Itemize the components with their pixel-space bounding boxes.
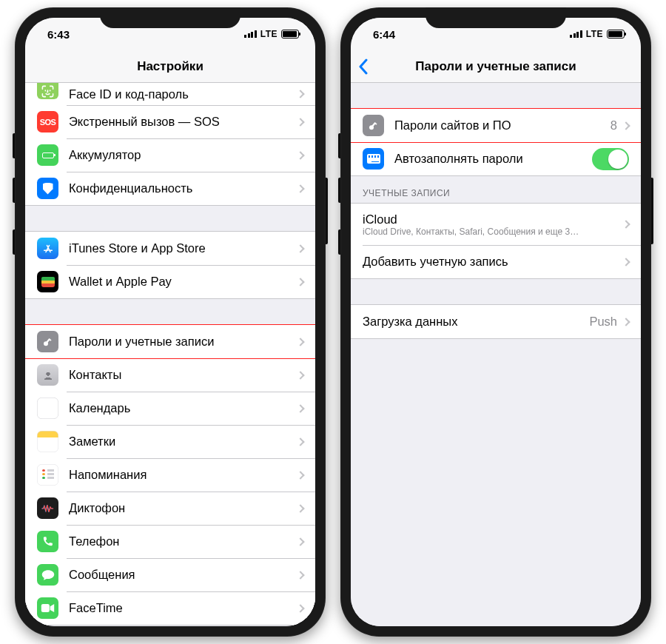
page-title: Пароли и учетные записи: [415, 59, 576, 74]
key-icon: [363, 115, 384, 136]
row-label: Диктофон: [69, 501, 297, 515]
row-label: Аккумулятор: [69, 148, 297, 162]
chevron-right-icon: [622, 258, 630, 266]
nav-bar: Пароли и учетные записи: [351, 50, 641, 83]
separator: [351, 83, 641, 108]
status-time: 6:44: [373, 28, 395, 41]
chevron-right-icon: [296, 338, 304, 346]
chevron-right-icon: [296, 90, 304, 98]
chevron-right-icon: [622, 121, 630, 130]
notes-icon: [37, 431, 58, 452]
settings-list[interactable]: Face ID и код-пароль SOS Экстренный вызо…: [25, 83, 315, 626]
settings-group-accounts: Пароли и учетные записи Контакты Календа…: [25, 324, 315, 625]
chevron-right-icon: [296, 278, 304, 286]
chevron-right-icon: [296, 118, 304, 126]
row-passwords[interactable]: Пароли и учетные записи: [25, 325, 315, 358]
row-autofill[interactable]: Автозаполнять пароли: [351, 142, 641, 175]
voice-icon: [37, 497, 58, 519]
chevron-right-icon: [296, 504, 304, 512]
screen-left: 6:43 LTE Настройки Face ID и: [25, 18, 315, 626]
phone-left: 6:43 LTE Настройки Face ID и: [15, 7, 326, 637]
row-reminders[interactable]: Напоминания: [25, 458, 315, 492]
status-time: 6:43: [47, 28, 70, 41]
row-label: Пароли и учетные записи: [69, 335, 297, 349]
row-calendar[interactable]: Календарь: [25, 392, 315, 425]
carrier-label: LTE: [260, 29, 278, 39]
row-faceid[interactable]: Face ID и код-пароль: [25, 83, 315, 105]
chevron-right-icon: [622, 220, 630, 228]
chevron-left-icon: [358, 58, 368, 75]
screen-right: 6:44 LTE Пароли и учетные записи Пароли …: [351, 18, 641, 626]
row-label: Телефон: [69, 534, 297, 549]
back-button[interactable]: [358, 50, 368, 83]
row-label: Экстренный вызов — SOS: [69, 115, 297, 129]
row-detail: 8: [610, 118, 617, 133]
phone-icon: [37, 531, 58, 552]
battery-icon: [37, 144, 58, 166]
row-label: Wallet и Apple Pay: [69, 275, 297, 289]
status-right: LTE: [570, 29, 625, 39]
row-fetch[interactable]: Загрузка данных Push: [351, 305, 641, 338]
chevron-right-icon: [296, 151, 304, 159]
sos-icon: SOS: [37, 111, 58, 133]
settings-group-security: Face ID и код-пароль SOS Экстренный вызо…: [25, 83, 315, 206]
row-label: Напоминания: [69, 468, 297, 482]
row-label: iTunes Store и App Store: [69, 241, 297, 255]
row-sos[interactable]: SOS Экстренный вызов — SOS: [25, 105, 315, 138]
chevron-right-icon: [622, 318, 630, 326]
row-wallet[interactable]: Wallet и Apple Pay: [25, 265, 315, 298]
section-header-accounts: УЧЕТНЫЕ ЗАПИСИ: [351, 176, 641, 203]
privacy-icon: [37, 178, 58, 199]
row-messages[interactable]: Сообщения: [25, 558, 315, 591]
group-accounts: iCloud iCloud Drive, Контакты, Safari, С…: [351, 203, 641, 279]
row-facetime[interactable]: FaceTime: [25, 591, 315, 625]
row-battery[interactable]: Аккумулятор: [25, 138, 315, 172]
row-notes[interactable]: Заметки: [25, 425, 315, 458]
chevron-right-icon: [296, 537, 304, 546]
appstore-icon: [37, 238, 58, 259]
keyboard-icon: [363, 148, 384, 170]
row-label: Конфиденциальность: [69, 181, 297, 195]
reminders-icon: [37, 464, 58, 486]
passwords-list[interactable]: Пароли сайтов и ПО 8 Автозаполнять парол…: [351, 83, 641, 626]
chevron-right-icon: [296, 437, 304, 446]
row-label: Добавить учетную запись: [363, 255, 623, 269]
row-phone[interactable]: Телефон: [25, 525, 315, 558]
svg-rect-3: [41, 604, 50, 612]
notch: [426, 7, 566, 28]
group-fetch: Загрузка данных Push: [351, 304, 641, 339]
messages-icon: [37, 564, 58, 586]
faceid-icon: [37, 83, 58, 99]
status-right: LTE: [244, 29, 299, 39]
row-site-passwords[interactable]: Пароли сайтов и ПО 8: [351, 109, 641, 142]
row-label: Автозаполнять пароли: [394, 152, 592, 166]
signal-icon: [244, 30, 257, 38]
chevron-right-icon: [296, 184, 304, 192]
row-detail: Push: [589, 315, 617, 329]
separator: [25, 299, 315, 324]
row-label: Календарь: [69, 401, 297, 415]
contacts-icon: [37, 364, 58, 386]
row-privacy[interactable]: Конфиденциальность: [25, 172, 315, 205]
row-add-account[interactable]: Добавить учетную запись: [351, 245, 641, 278]
carrier-label: LTE: [586, 29, 603, 39]
row-label: Заметки: [69, 435, 297, 449]
separator: [351, 279, 641, 304]
autofill-toggle[interactable]: [592, 148, 629, 170]
facetime-icon: [37, 597, 58, 619]
phone-right: 6:44 LTE Пароли и учетные записи Пароли …: [340, 7, 651, 637]
row-icloud[interactable]: iCloud iCloud Drive, Контакты, Safari, С…: [351, 204, 641, 245]
chevron-right-icon: [296, 571, 304, 579]
calendar-icon: [37, 398, 58, 419]
nav-bar: Настройки: [25, 50, 315, 83]
chevron-right-icon: [296, 244, 304, 252]
row-label: Сообщения: [69, 568, 297, 582]
chevron-right-icon: [296, 604, 304, 612]
row-contacts[interactable]: Контакты: [25, 358, 315, 392]
row-label: Загрузка данных: [363, 315, 589, 329]
row-voice[interactable]: Диктофон: [25, 492, 315, 525]
separator: [25, 206, 315, 231]
row-appstore[interactable]: iTunes Store и App Store: [25, 232, 315, 265]
battery-icon: [607, 30, 625, 38]
settings-group-store: iTunes Store и App Store Wallet и Apple …: [25, 231, 315, 299]
